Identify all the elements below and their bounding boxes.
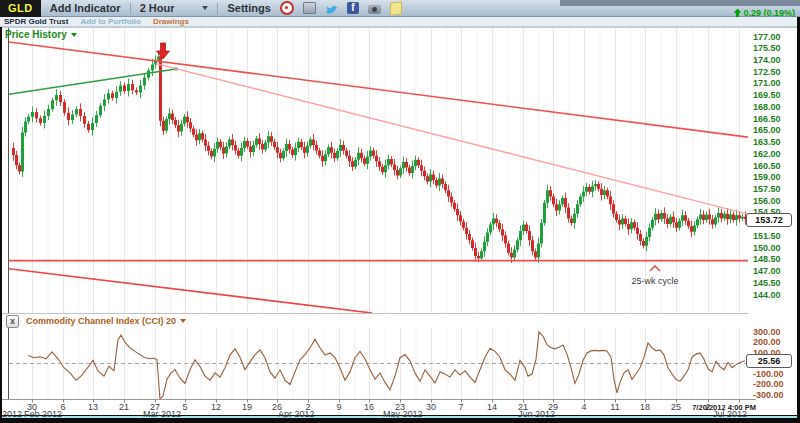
price-tick-label: 177.00 [753,33,781,42]
timeframe-value: 2 Hour [140,2,175,14]
price-tick-label: 168.00 [753,103,781,112]
cci-panel-header: x Commodity Channel Index (CCI) 20 [2,313,748,328]
date-tick-label: 4 [574,403,594,412]
twitter-bird-icon[interactable] [325,2,338,14]
date-tick-label: 14 [482,403,502,412]
price-tick-label: 145.50 [753,279,781,288]
price-tick-label: 165.00 [753,126,781,135]
cci-close-button[interactable]: x [6,315,19,328]
month-label: Jun 2012 [518,410,555,419]
settings-button[interactable]: Settings [227,2,270,14]
last-update-timestamp: 7/20/2012 4:00 PM [684,403,756,412]
add-indicator-button[interactable]: Add Indicator [50,2,121,14]
price-tick-label: 147.00 [753,267,781,276]
date-tick-label: 9 [329,403,349,412]
month-label: 2012 [2,410,22,419]
price-tick-label: 157.50 [753,185,781,194]
cci-value-tag: 25.56 [746,354,792,368]
price-tick-label: 160.50 [753,162,781,171]
month-label: Apr 2012 [278,410,315,419]
price-tick-label: 156.00 [753,197,781,206]
price-tick-label: 144.00 [753,291,781,300]
date-tick-label: 16 [359,403,379,412]
toolbar: GLD Add Indicator 2 Hour Settings 0.29 (… [0,0,800,17]
sticky-note-icon[interactable] [390,1,402,15]
chevron-down-icon [202,6,208,10]
drawings-link[interactable]: Drawings [153,17,189,26]
toolbar-separator [130,3,131,14]
date-tick-label: 19 [237,403,257,412]
current-price-tag: 153.72 [746,213,792,227]
price-tick-label: 169.50 [753,91,781,100]
chart-surface [2,27,797,415]
charting-app: GLD Add Indicator 2 Hour Settings 0.29 (… [0,0,800,423]
timeframe-select[interactable]: 2 Hour [140,2,209,14]
cci-title-label: Commodity Channel Index (CCI) 20 [26,316,176,326]
alarm-clock-icon[interactable] [280,1,294,15]
camera-icon[interactable] [368,5,381,14]
date-tick-label: 7 [451,403,471,412]
cci-tick-label: -100.00 [753,370,784,379]
date-tick-label: 13 [83,403,103,412]
cci-tick-label: 300.00 [753,328,781,337]
date-tick-label: 21 [114,403,134,412]
chevron-down-icon [71,33,77,37]
price-tick-label: 171.00 [753,79,781,88]
month-label: May 2012 [383,410,423,419]
cci-tick-label: 200.00 [753,338,781,347]
price-tick-label: 175.50 [753,44,781,53]
cycle-annotation-label: 25-wk cycle [623,276,687,286]
price-tick-label: 150.00 [753,244,781,253]
date-tick-label: 25 [666,403,686,412]
price-history-dropdown[interactable]: Price History [5,29,77,40]
cci-tick-label: -200.00 [753,380,784,389]
facebook-icon[interactable] [347,2,359,14]
subheader: SPDR Gold Trust Add to Portfolio Drawing… [0,17,800,27]
chevron-down-icon [180,319,186,323]
price-tick-label: 159.00 [753,173,781,182]
price-tick-label: 151.50 [753,232,781,241]
price-tick-label: 148.50 [753,255,781,264]
price-tick-label: 163.50 [753,138,781,147]
cube-icon[interactable] [303,2,316,14]
add-to-portfolio-link[interactable]: Add to Portfolio [80,17,140,26]
date-tick-label: 18 [635,403,655,412]
symbol-name: SPDR Gold Trust [4,17,68,26]
window-frame [0,27,2,418]
month-label: Feb 2012 [24,410,62,419]
window-edge [560,0,800,6]
price-tick-label: 162.00 [753,150,781,159]
cci-tick-label: -300.00 [753,391,784,400]
cci-dropdown[interactable]: Commodity Channel Index (CCI) 20 [26,316,186,326]
price-tick-label: 172.50 [753,68,781,77]
date-tick-label: 12 [206,403,226,412]
date-tick-label: 11 [605,403,625,412]
month-label: Mar 2012 [143,410,181,419]
price-tick-label: 166.50 [753,115,781,124]
window-frame [0,418,800,423]
symbol-tab[interactable]: GLD [0,0,41,17]
date-tick-label: 30 [421,403,441,412]
price-tick-label: 174.00 [753,56,781,65]
toolbar-separator [217,3,218,14]
price-history-label: Price History [5,29,67,40]
